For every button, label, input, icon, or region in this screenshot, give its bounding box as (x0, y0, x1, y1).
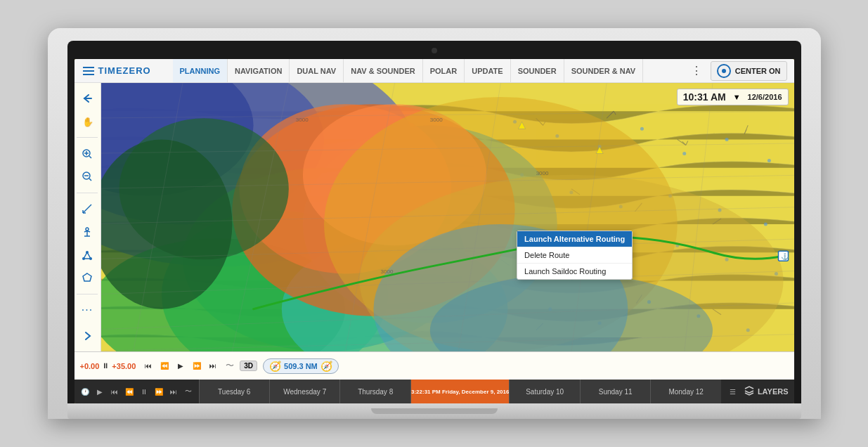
nav-more-button[interactable]: ⋮ (688, 63, 705, 79)
timeline-right: ☰ LAYERS (721, 380, 794, 403)
svg-text:⚓: ⚓ (781, 252, 789, 261)
pan-tool-btn[interactable]: ✋ (77, 112, 98, 132)
anchor-tool-btn[interactable] (77, 222, 98, 242)
svg-point-40 (640, 127, 643, 131)
timeline-clock-icon[interactable]: 🕐 (79, 385, 91, 398)
layers-label: LAYERS (758, 387, 789, 396)
date-value: 12/6/2016 (748, 93, 782, 101)
time-display: 10:31 AM ▼ 12/6/2016 (677, 89, 789, 105)
app-title: TIMEZERO (98, 65, 151, 76)
compass-icon: 🧭 (269, 361, 281, 372)
play-controls: ⏮ ⏪ ▶ ⏩ ⏭ (141, 359, 220, 373)
screen-bezel: TIMEZERO PLANNING NAVIGATION DUAL NAV NA… (67, 41, 801, 403)
tab-sounder[interactable]: SOUNDER (511, 59, 564, 82)
offset-minus-value: +35.00 (112, 362, 136, 370)
skip-fwd-btn[interactable]: ⏭ (206, 359, 220, 373)
svg-point-49 (763, 223, 767, 226)
screen: TIMEZERO PLANNING NAVIGATION DUAL NAV NA… (75, 59, 794, 403)
tab-nav-sounder[interactable]: NAV & SOUNDER (344, 59, 422, 82)
time-value: 10:31 AM (683, 91, 726, 103)
divider-icon: ▼ (733, 93, 741, 101)
timeline-day-5[interactable]: Sunday 11 (580, 380, 650, 403)
zoom-in-tool-btn[interactable] (77, 143, 98, 164)
timeline-day-4[interactable]: Saturday 10 (509, 380, 579, 403)
toolbar-divider-2 (77, 193, 98, 193)
timeline-day-6[interactable]: Monday 12 (650, 380, 720, 403)
3d-toggle-btn[interactable]: 3D (240, 361, 257, 371)
list-view-icon[interactable]: ☰ (727, 385, 739, 398)
svg-marker-16 (83, 273, 91, 281)
svg-line-4 (89, 156, 91, 158)
layers-button[interactable]: LAYERS (744, 386, 789, 397)
play-btn-ctrl[interactable]: ▶ (174, 359, 188, 373)
svg-point-41 (682, 152, 686, 155)
svg-text:3000: 3000 (380, 268, 393, 275)
timeline-prev-icon[interactable]: ⏮ (108, 385, 121, 398)
svg-text:3000: 3000 (429, 117, 442, 123)
timeline-pause-icon[interactable]: ⏸ (138, 385, 150, 398)
top-nav: TIMEZERO PLANNING NAVIGATION DUAL NAV NA… (75, 59, 794, 83)
wave-icon: 〜 (226, 360, 234, 372)
measure-tool-btn[interactable] (77, 199, 98, 219)
distance-display: 🧭 509.3 NM 🧭 (263, 358, 339, 374)
timeline-day-2[interactable]: Thursday 8 (339, 380, 410, 403)
offset-display: +0.00 ⏸ +35.00 (80, 362, 136, 370)
nav-right: ⋮ CENTER ON (681, 61, 794, 81)
tab-sounder-nav[interactable]: SOUNDER & NAV (564, 59, 643, 82)
timeline-fwd-icon[interactable]: ⏩ (153, 385, 165, 398)
offset-plus-value: +0.00 (80, 362, 100, 370)
timeline-next-icon[interactable]: ⏭ (167, 385, 180, 398)
context-menu-item-2[interactable]: Launch Saildoc Routing (517, 264, 632, 279)
polygon-tool-btn[interactable] (77, 268, 98, 288)
laptop-frame: TIMEZERO PLANNING NAVIGATION DUAL NAV NA… (48, 28, 821, 419)
svg-point-15 (86, 251, 89, 254)
nav-tabs: PLANNING NAVIGATION DUAL NAV NAV & SOUND… (173, 59, 681, 82)
timeline-day-0[interactable]: Tuesday 6 (199, 380, 269, 403)
current-time-label: 3:22:31 PM Friday, December 9, 2016 (411, 389, 509, 395)
map-canvas[interactable]: ⚓ 3000 3000 3000 3000 (101, 83, 794, 351)
toolbar-divider-3 (77, 294, 98, 294)
svg-text:3000: 3000 (295, 117, 308, 123)
tab-polar[interactable]: POLAR (423, 59, 465, 82)
timeline: 🕐 ▶ ⏮ ⏪ ⏸ ⏩ ⏭ 〜 Tuesday 6 Wednesday 7 Th… (75, 380, 794, 403)
skip-back-btn[interactable]: ⏮ (141, 359, 155, 373)
timeline-day-3[interactable]: 3:22:31 PM Friday, December 9, 2016 (410, 380, 509, 403)
hamburger-menu[interactable] (83, 67, 94, 75)
toolbar-divider-1 (77, 137, 98, 138)
back-tool-btn[interactable] (77, 89, 98, 109)
svg-text:✋: ✋ (82, 116, 93, 128)
context-menu-item-0[interactable]: Launch Alternative Routing (517, 231, 632, 247)
more-tool-btn[interactable]: ··· (77, 300, 98, 320)
svg-point-14 (89, 257, 92, 260)
map-svg: ⚓ 3000 3000 3000 3000 (101, 83, 794, 351)
tab-planning[interactable]: PLANNING (173, 59, 228, 82)
svg-line-7 (89, 179, 91, 181)
context-menu: Launch Alternative Routing Delete Route … (517, 231, 633, 280)
svg-point-42 (725, 138, 728, 141)
timeline-play-icon[interactable]: ▶ (93, 385, 106, 398)
svg-text:3000: 3000 (536, 170, 548, 176)
laptop-notch (371, 408, 498, 414)
next-btn[interactable]: ⏩ (190, 359, 204, 373)
pause-icon: ⏸ (102, 362, 109, 370)
tab-update[interactable]: UPDATE (465, 59, 510, 82)
svg-point-10 (86, 228, 89, 231)
forward-tool-btn[interactable] (77, 325, 98, 346)
svg-point-13 (82, 257, 85, 260)
timeline-rew-icon[interactable]: ⏪ (123, 385, 136, 398)
timeline-left-controls: 🕐 ▶ ⏮ ⏪ ⏸ ⏩ ⏭ 〜 (75, 380, 199, 403)
tab-navigation[interactable]: NAVIGATION (228, 59, 290, 82)
prev-btn[interactable]: ⏪ (157, 359, 171, 373)
context-menu-item-1[interactable]: Delete Route (517, 247, 632, 264)
distance-value: 509.3 NM (284, 362, 318, 370)
main-content: ✋ (75, 83, 794, 351)
center-on-label: CENTER ON (735, 67, 781, 75)
timeline-day-1[interactable]: Wednesday 7 (269, 380, 339, 403)
nav-logo: TIMEZERO (75, 65, 173, 76)
direction-icon: 🧭 (320, 361, 332, 372)
tab-dual-nav[interactable]: DUAL NAV (290, 59, 344, 82)
zoom-out-tool-btn[interactable] (77, 167, 98, 187)
svg-point-43 (767, 159, 770, 162)
route-tool-btn[interactable] (77, 245, 98, 265)
center-on-button[interactable]: CENTER ON (711, 61, 787, 81)
